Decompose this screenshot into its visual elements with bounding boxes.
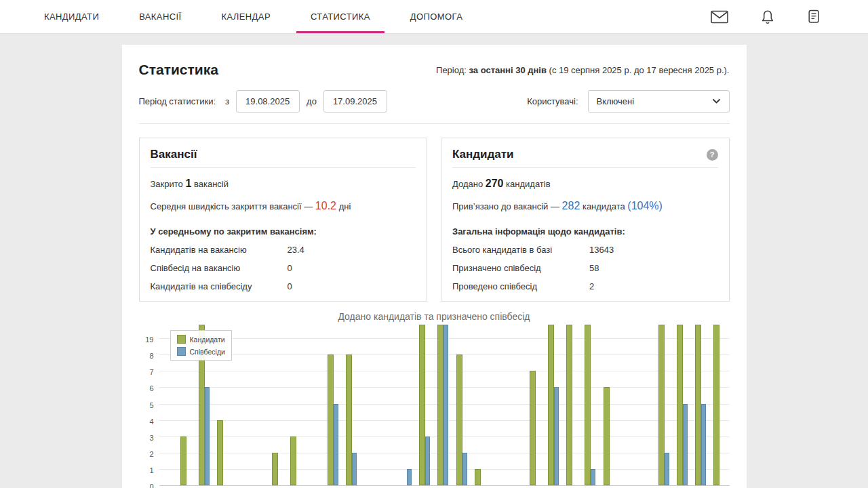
closed-suffix: вакансій <box>194 179 229 189</box>
y-tick-label: 5 <box>149 401 153 409</box>
closed-value: 1 <box>185 178 191 189</box>
legend-swatch-interviews <box>177 347 186 356</box>
divider <box>139 123 730 124</box>
bar-candidates <box>272 453 278 485</box>
users-label: Користувачі: <box>527 96 578 106</box>
candidates-added-line: Додано 270 кандидатів <box>452 177 718 190</box>
period-to-input[interactable] <box>323 90 387 113</box>
chart-title: Додано кандидатів та призначено співбесі… <box>139 311 730 322</box>
mail-icon[interactable] <box>711 10 728 24</box>
candidates-card-header: Кандидати ? <box>452 138 718 168</box>
y-tick-label: 3 <box>149 434 153 442</box>
scroll-icon[interactable] <box>807 9 821 24</box>
nav-tabs: КАНДИДАТИ ВАКАНСІЇ КАЛЕНДАР СТАТИСТИКА Д… <box>30 0 488 33</box>
speed-prefix: Середня швидкість закриття вакансії — <box>151 201 313 211</box>
stat-row: Кандидатів на співбесіду 0 <box>151 281 416 291</box>
bar-candidates <box>585 325 591 485</box>
nav-tab-vacancies[interactable]: ВАКАНСІЇ <box>125 0 195 33</box>
from-label: з <box>225 96 229 106</box>
to-label: до <box>307 96 317 106</box>
nav-tab-help[interactable]: ДОПОМОГА <box>396 0 477 33</box>
bar-interviews <box>701 404 706 486</box>
speed-suffix: дні <box>339 201 351 211</box>
bar-interviews <box>352 453 357 485</box>
y-tick-label: 7 <box>149 368 153 376</box>
period-filter-label: Період статистики: <box>139 96 216 106</box>
bar-candidates <box>456 354 462 485</box>
stat-label: Всього кандидатів в базі <box>452 245 589 255</box>
legend-item-interviews: Співбесіди <box>177 347 225 356</box>
bar-interviews <box>334 404 338 486</box>
vacancies-closed-line: Закрито 1 вакансій <box>151 177 416 190</box>
stat-label: Кандидатів на співбесіду <box>151 281 288 291</box>
chart-legend: Кандидати Співбесіди <box>170 330 232 361</box>
period-summary: Період: за останні 30 днів (с 19 серпня … <box>436 65 729 75</box>
legend-label-interviews: Співбесіди <box>190 348 225 356</box>
period-value: за останні 30 днів <box>469 65 547 75</box>
bar-interviews <box>205 387 210 485</box>
period-prefix: Період: <box>436 65 467 75</box>
bar-candidates <box>217 420 223 485</box>
stat-label: Кандидатів на вакансію <box>151 245 288 255</box>
users-select-value: Включені <box>597 96 635 106</box>
stat-value: 23.4 <box>288 245 304 255</box>
bar-candidates <box>290 436 296 485</box>
y-tick-label: 8 <box>149 352 153 360</box>
help-icon[interactable]: ? <box>707 149 718 161</box>
bar-candidates <box>677 325 683 485</box>
vacancies-card: Вакансії Закрито 1 вакансій Середня швид… <box>139 138 428 302</box>
legend-label-candidates: Кандидати <box>190 336 225 344</box>
bar-candidates <box>530 371 536 485</box>
gridline <box>159 485 730 486</box>
bar-candidates <box>346 354 352 485</box>
y-tick-label: 2 <box>149 450 153 458</box>
users-select[interactable]: Включені <box>588 90 730 113</box>
bell-icon[interactable] <box>761 9 774 24</box>
candidates-linked-line: Прив’язано до вакансій — 282 кандидата (… <box>452 199 718 213</box>
bar-interviews <box>683 404 688 486</box>
stat-row: Проведено співбесід 2 <box>452 281 718 291</box>
statistics-panel: Статистика Період: за останні 30 днів (с… <box>122 45 747 488</box>
panel-header: Статистика Період: за останні 30 днів (с… <box>139 45 730 80</box>
linked-prefix: Прив’язано до вакансій — <box>452 201 559 211</box>
chart: 01234567819 Кандидати Співбесіди <box>139 325 730 486</box>
page-title: Статистика <box>139 62 218 78</box>
bar-candidates <box>180 436 186 485</box>
linked-suffix: кандидата <box>583 201 625 211</box>
vacancies-card-title: Вакансії <box>151 148 197 161</box>
bar-interviews <box>462 453 467 485</box>
stat-label: Проведено співбесід <box>452 281 589 291</box>
bar-interviews <box>407 469 412 485</box>
bar-candidates <box>437 325 443 485</box>
bar-candidates <box>713 325 719 485</box>
vacancies-section-title: У середньому по закритим вакансіям: <box>151 226 416 237</box>
nav-tab-statistics[interactable]: СТАТИСТИКА <box>296 0 384 33</box>
legend-swatch-candidates <box>177 335 186 344</box>
period-from-input[interactable] <box>236 90 300 113</box>
vacancies-card-header: Вакансії <box>151 138 416 168</box>
y-tick-label: 19 <box>145 336 153 344</box>
y-tick-label: 4 <box>149 418 153 426</box>
candidates-card: Кандидати ? Додано 270 кандидатів Прив’я… <box>441 138 730 302</box>
stat-value: 13643 <box>589 245 614 255</box>
chevron-down-icon <box>712 98 721 104</box>
nav-tab-calendar[interactable]: КАЛЕНДАР <box>207 0 284 33</box>
bar-candidates <box>548 325 554 485</box>
stat-value: 58 <box>589 263 599 273</box>
summary-cards: Вакансії Закрито 1 вакансій Середня швид… <box>139 138 730 302</box>
vacancies-speed-line: Середня швидкість закриття вакансії — 10… <box>151 199 416 213</box>
bar-interviews <box>665 453 669 485</box>
bar-candidates <box>604 387 610 485</box>
added-prefix: Додано <box>452 179 483 189</box>
bar-candidates <box>419 325 425 485</box>
speed-value: 10.2 <box>315 200 336 211</box>
nav-tab-candidates[interactable]: КАНДИДАТИ <box>30 0 113 33</box>
candidates-section-title: Загальна інформація щодо кандидатів: <box>452 226 718 237</box>
stat-row: Всього кандидатів в базі 13643 <box>452 245 718 255</box>
period-range: (с 19 серпня 2025 р. до 17 вересня 2025 … <box>549 65 730 75</box>
bar-candidates <box>566 325 572 485</box>
stat-label: Призначено співбесід <box>452 263 589 273</box>
bar-candidates <box>695 325 701 485</box>
top-nav: КАНДИДАТИ ВАКАНСІЇ КАЛЕНДАР СТАТИСТИКА Д… <box>0 0 868 34</box>
stat-value: 2 <box>589 281 594 291</box>
